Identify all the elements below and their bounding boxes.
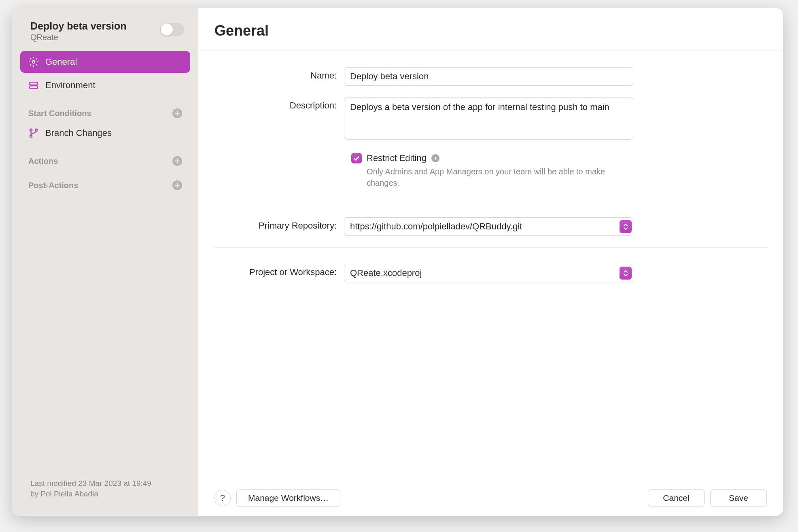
section-label: Actions [28, 157, 58, 166]
divider [214, 247, 767, 248]
sidebar-item-environment[interactable]: Environment [20, 74, 190, 96]
last-modified-date: Last modified 23 Mar 2023 at 19:49 [30, 478, 180, 489]
stepper-icon [620, 220, 632, 233]
server-icon [28, 80, 39, 91]
main-footer: ? Manage Workflows… Cancel Save [198, 480, 783, 516]
svg-point-0 [32, 61, 35, 64]
main-header: General [198, 8, 783, 51]
manage-workflows-button[interactable]: Manage Workflows… [236, 489, 340, 507]
help-button[interactable]: ? [214, 490, 231, 506]
save-button[interactable]: Save [710, 489, 767, 507]
last-modified-by: by Pol Piella Abadia [30, 489, 180, 500]
sidebar-item-branch-changes[interactable]: Branch Changes [20, 122, 190, 144]
cancel-button[interactable]: Cancel [648, 489, 705, 507]
workflow-title: Deploy beta version [30, 20, 127, 32]
stepper-icon [620, 267, 632, 280]
name-input[interactable] [344, 67, 633, 86]
add-action-button[interactable] [172, 156, 182, 166]
name-label: Name: [214, 67, 344, 81]
section-actions: Actions [20, 149, 190, 169]
project-select[interactable]: QReate.xcodeproj [344, 264, 633, 282]
description-row: Description: [214, 97, 767, 142]
svg-point-5 [30, 135, 32, 137]
restrict-editing-row: Restrict Editing i Only Admins and App M… [214, 153, 767, 189]
divider [214, 201, 767, 201]
workflow-app-name: QReate [30, 33, 127, 42]
section-label: Start Conditions [28, 109, 91, 118]
workflow-enabled-toggle[interactable] [160, 23, 184, 36]
info-icon[interactable]: i [431, 154, 439, 162]
toggle-knob [161, 23, 173, 36]
svg-point-4 [35, 129, 37, 131]
sidebar: Deploy beta version QReate General [12, 8, 198, 516]
restrict-editing-hint: Only Admins and App Managers on your tea… [367, 166, 618, 189]
sidebar-footer: Last modified 23 Mar 2023 at 19:49 by Po… [20, 472, 190, 506]
main-body: Name: Description: Restrict Edi [198, 51, 783, 480]
section-label: Post-Actions [28, 181, 78, 190]
main-panel: General Name: Description: [198, 8, 783, 516]
section-post-actions: Post-Actions [20, 173, 190, 193]
sidebar-item-label: Environment [45, 80, 96, 91]
svg-rect-2 [30, 86, 38, 89]
restrict-editing-checkbox[interactable] [351, 153, 362, 163]
description-input[interactable] [344, 97, 633, 140]
svg-point-3 [30, 129, 32, 131]
repository-select[interactable]: https://github.com/polpielladev/QRBuddy.… [344, 217, 633, 236]
add-post-action-button[interactable] [172, 180, 182, 190]
name-row: Name: [214, 67, 767, 86]
workflow-editor-window: Deploy beta version QReate General [12, 8, 783, 516]
sidebar-item-general[interactable]: General [20, 51, 190, 73]
page-title: General [214, 22, 767, 39]
project-label: Project or Workspace: [214, 264, 344, 278]
repository-label: Primary Repository: [214, 217, 344, 231]
gear-icon [28, 57, 39, 67]
sidebar-item-label: Branch Changes [45, 128, 112, 138]
sidebar-item-label: General [45, 57, 77, 67]
restrict-editing-label: Restrict Editing [367, 153, 427, 163]
svg-rect-1 [30, 82, 38, 85]
branch-icon [28, 128, 39, 138]
repository-row: Primary Repository: https://github.com/p… [214, 217, 767, 236]
add-start-condition-button[interactable] [172, 108, 182, 118]
section-start-conditions: Start Conditions [20, 101, 190, 121]
description-label: Description: [214, 97, 344, 111]
project-row: Project or Workspace: QReate.xcodeproj [214, 264, 767, 282]
sidebar-header: Deploy beta version QReate [20, 18, 190, 50]
